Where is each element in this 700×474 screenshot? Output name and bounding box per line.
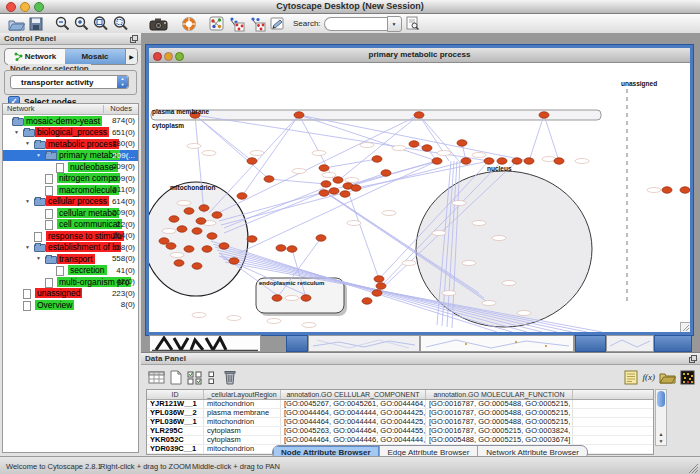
network-node[interactable] (524, 158, 534, 164)
table-cell[interactable]: cytoplasm (204, 436, 281, 444)
select-attributes-icon[interactable] (187, 369, 203, 385)
table-cell[interactable] (573, 418, 653, 426)
network-node[interactable] (554, 158, 564, 164)
float-panel-icon[interactable] (130, 35, 138, 43)
tree-row-label[interactable]: macromolecule (57, 185, 119, 195)
tree-expander-icon[interactable]: ▼ (25, 244, 30, 250)
network-node[interactable] (184, 208, 194, 214)
network-node[interactable] (294, 112, 304, 118)
table-cell[interactable]: YPL036W__1 (147, 418, 204, 426)
tree-row-label[interactable]: metabolic process (46, 139, 119, 149)
search-config-icon[interactable] (406, 16, 420, 31)
network-node[interactable] (340, 191, 350, 197)
network-node[interactable] (414, 112, 424, 118)
network-node[interactable] (202, 246, 212, 252)
table-cell[interactable]: mitochondrion (204, 418, 281, 426)
tree-row[interactable]: unassigned223(0) (3, 288, 138, 300)
table-cell[interactable]: YPL036W__2 (147, 409, 204, 417)
scroll-down-arrow[interactable]: ▼ (656, 438, 666, 444)
network-node[interactable] (287, 246, 297, 252)
network-node[interactable] (512, 158, 522, 164)
network-node[interactable] (329, 188, 339, 194)
tree-row[interactable]: nucleobase-209(0) (3, 161, 138, 173)
network-node[interactable] (680, 187, 690, 193)
tree-row-label[interactable]: unassigned (35, 288, 82, 298)
snapshot-camera-icon[interactable] (149, 16, 169, 31)
table-row[interactable]: YKR052Ccytoplasm[GO:0044464, GO:0044446,… (147, 436, 653, 445)
table-cell[interactable]: YKR052C (147, 436, 204, 444)
layout-network-b-icon[interactable] (249, 16, 266, 31)
background-window-fragment[interactable] (286, 335, 308, 352)
zoom-in-icon[interactable] (74, 16, 89, 31)
tree-row[interactable]: mosaic-demo-yeast874(0) (3, 115, 138, 127)
network-node[interactable] (319, 165, 329, 171)
table-cell[interactable]: [GO:0005488, GO:0005215, GO:0003674] (426, 436, 573, 444)
network-node[interactable] (199, 205, 209, 211)
tree-row[interactable]: multi-organism pro42(0) (3, 276, 138, 288)
network-node[interactable] (159, 238, 169, 244)
network-node[interactable] (539, 112, 549, 118)
tree-row[interactable]: ▼biological_process651(0) (3, 127, 138, 139)
tree-expander-icon[interactable]: ▼ (36, 152, 41, 158)
network-node[interactable] (319, 190, 329, 196)
create-attribute-icon[interactable] (169, 369, 183, 385)
tree-row[interactable]: ▼cellular process614(0) (3, 196, 138, 208)
background-window-fragment[interactable] (308, 335, 420, 352)
network-node[interactable] (247, 236, 257, 242)
table-row[interactable]: YJR121W__1mitochondrion[GO:0045267, GO:0… (147, 400, 653, 409)
network-node[interactable] (177, 226, 187, 232)
network-node[interactable] (276, 245, 286, 251)
float-panel-icon[interactable] (689, 355, 697, 363)
table-row[interactable]: YPL036W__1mitochondrion[GO:0044464, GO:0… (147, 418, 653, 427)
table-cell[interactable]: [GO:0044464, GO:0044446, GO:0044444, G..… (281, 436, 426, 444)
network-node[interactable] (196, 218, 206, 224)
table-cell[interactable]: mitochondrion (204, 400, 281, 408)
scrollbar-thumb[interactable] (657, 391, 665, 407)
network-canvas[interactable]: plasma membrane cytoplasm mitochondrion … (149, 63, 690, 332)
tree-expander-icon[interactable]: ▼ (36, 255, 41, 261)
background-window-fragment[interactable] (420, 335, 574, 352)
tree-row[interactable]: response to stimulu264(0) (3, 230, 138, 242)
tree-row[interactable]: nitrogen compo209(0) (3, 173, 138, 185)
table-row[interactable]: YPL036W__2plasma membrane[GO:0044464, GO… (147, 409, 653, 418)
tree-row[interactable]: cellular metabo209(0) (3, 207, 138, 219)
network-node[interactable] (264, 176, 274, 182)
layout-network-a-icon[interactable] (228, 16, 245, 31)
column-divider[interactable] (103, 105, 104, 113)
attribute-table-icon[interactable] (148, 369, 165, 385)
network-node[interactable] (484, 158, 494, 164)
network-node[interactable] (169, 216, 179, 222)
table-cell[interactable] (573, 427, 653, 435)
column-header-molecular-function[interactable]: annotation.GO MOLECULAR_FUNCTION (426, 390, 573, 399)
network-node[interactable] (192, 228, 202, 234)
search-dropdown-button[interactable]: ▼ (387, 16, 402, 32)
tree-row[interactable]: cell communicat22(0) (3, 219, 138, 231)
network-node[interactable] (247, 158, 257, 164)
vizmapper-icon[interactable] (270, 16, 285, 31)
unselect-attributes-icon[interactable] (207, 369, 219, 385)
scroll-up-arrow[interactable]: ▲ (656, 431, 666, 437)
table-cell[interactable]: [GO:0016787, GO:0005488, GO:0005215, G..… (426, 409, 573, 417)
tree-row[interactable]: Overview8(0) (3, 299, 138, 311)
tree-row[interactable]: ▼transport558(0) (3, 253, 138, 265)
table-cell[interactable] (573, 409, 653, 417)
tab-mosaic[interactable]: Mosaic (65, 49, 125, 64)
node-color-dropdown[interactable]: transporter activity ▲▼ (10, 75, 129, 89)
network-node[interactable] (409, 141, 419, 147)
table-cell[interactable]: YJR121W__1 (147, 400, 204, 408)
tree-row[interactable]: macromolecule311(0) (3, 184, 138, 196)
network-node[interactable] (432, 158, 442, 164)
column-header-region[interactable]: _cellularLayoutRegion (204, 390, 281, 399)
network-node[interactable] (166, 243, 176, 249)
tree-row-label[interactable]: establishment of lo (46, 242, 121, 252)
tree-expander-icon[interactable]: ▼ (25, 198, 30, 204)
table-cell[interactable]: [GO:0045267, GO:0045261, GO:0044464, G..… (281, 400, 426, 408)
tree-expander-icon[interactable]: ▼ (25, 140, 30, 146)
network-node[interactable] (351, 185, 361, 191)
table-cell[interactable]: mitochondrion (204, 445, 281, 453)
tree-row-label[interactable]: nucleobase- (68, 162, 118, 172)
table-cell[interactable]: [GO:0044464, GO:0044444, GO:0044425, G..… (281, 418, 426, 426)
network-node[interactable] (497, 158, 507, 164)
background-window-fragment[interactable] (575, 335, 606, 352)
tree-row[interactable]: ▼primary metabo209(... (3, 150, 138, 162)
